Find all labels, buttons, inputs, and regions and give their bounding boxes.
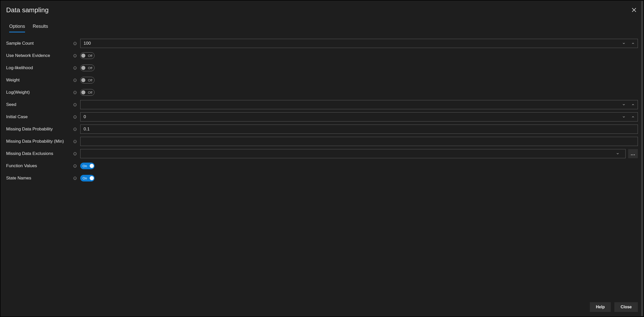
- function-values-label: Function Values: [6, 163, 73, 168]
- state-names-toggle[interactable]: On: [80, 175, 95, 181]
- seed-input[interactable]: [80, 100, 619, 109]
- svg-point-8: [75, 67, 75, 67]
- info-icon[interactable]: [73, 54, 80, 58]
- log-weight-label: Log(Weight): [6, 90, 73, 95]
- seed-step-up[interactable]: [628, 100, 638, 109]
- weight-label: Weight: [6, 78, 73, 83]
- help-button[interactable]: Help: [590, 302, 611, 312]
- initial-case-step-up[interactable]: [628, 113, 638, 121]
- svg-point-32: [75, 165, 75, 165]
- initial-case-label: Initial Case: [6, 114, 73, 119]
- tab-options[interactable]: Options: [9, 24, 25, 32]
- svg-point-35: [75, 177, 75, 178]
- weight-toggle[interactable]: Off: [80, 77, 95, 83]
- function-values-toggle[interactable]: On: [80, 163, 95, 169]
- data-sampling-dialog: Data sampling Options Results Sample Cou…: [0, 0, 644, 317]
- info-icon[interactable]: [73, 66, 80, 70]
- svg-point-2: [75, 43, 75, 43]
- dialog-title: Data sampling: [6, 6, 638, 14]
- seed-label: Seed: [6, 102, 73, 107]
- info-icon[interactable]: [73, 164, 80, 168]
- missing-prob-input[interactable]: [80, 125, 638, 133]
- missing-prob-label: Missing Data Probability: [6, 127, 73, 132]
- info-icon[interactable]: [73, 140, 80, 143]
- info-icon[interactable]: [73, 176, 80, 180]
- info-icon[interactable]: [73, 91, 80, 94]
- missing-prob-min-input[interactable]: [80, 137, 638, 146]
- info-icon[interactable]: [73, 42, 80, 45]
- sample-count-input[interactable]: [80, 39, 619, 48]
- initial-case-step-down[interactable]: [619, 113, 628, 121]
- close-icon[interactable]: [631, 7, 637, 14]
- vertical-scrollbar[interactable]: [641, 1, 643, 316]
- svg-point-29: [75, 153, 75, 153]
- info-icon[interactable]: [73, 78, 80, 82]
- svg-point-5: [75, 55, 75, 55]
- svg-point-14: [75, 92, 75, 92]
- missing-exclusions-label: Missing Data Exclusions: [6, 151, 73, 156]
- svg-point-11: [75, 79, 75, 80]
- sample-count-input-wrap: [80, 39, 638, 48]
- missing-exclusions-browse-button[interactable]: ...: [628, 149, 638, 158]
- options-form: Sample Count Use Network Evidence Off: [6, 38, 638, 184]
- use-network-evidence-toggle[interactable]: Off: [80, 52, 95, 59]
- missing-prob-min-input-wrap: [80, 137, 638, 146]
- state-names-label: State Names: [6, 176, 73, 181]
- log-likelihood-toggle[interactable]: Off: [80, 65, 95, 71]
- tab-results[interactable]: Results: [33, 24, 48, 32]
- seed-step-down[interactable]: [619, 100, 628, 109]
- info-icon[interactable]: [73, 103, 80, 107]
- info-icon[interactable]: [73, 115, 80, 119]
- initial-case-input-wrap: [80, 112, 638, 121]
- dialog-footer: Help Close: [590, 302, 638, 312]
- tab-bar: Options Results: [9, 24, 638, 32]
- svg-point-20: [75, 116, 75, 116]
- log-weight-toggle[interactable]: Off: [80, 89, 95, 96]
- info-icon[interactable]: [73, 127, 80, 131]
- log-likelihood-label: Log-likelihood: [6, 65, 73, 70]
- use-network-evidence-label: Use Network Evidence: [6, 53, 73, 58]
- sample-count-step-up[interactable]: [628, 39, 638, 48]
- seed-input-wrap: [80, 100, 638, 109]
- svg-point-17: [75, 104, 75, 104]
- chevron-down-icon: [613, 152, 622, 155]
- sample-count-step-down[interactable]: [619, 39, 628, 48]
- close-button[interactable]: Close: [614, 302, 638, 312]
- missing-exclusions-dropdown[interactable]: [80, 149, 626, 158]
- missing-prob-min-label: Missing Data Probability (Min): [6, 139, 73, 144]
- info-icon[interactable]: [73, 152, 80, 156]
- initial-case-input[interactable]: [80, 113, 619, 121]
- missing-prob-input-wrap: [80, 125, 638, 134]
- svg-point-26: [75, 141, 75, 141]
- sample-count-label: Sample Count: [6, 41, 73, 46]
- svg-point-23: [75, 128, 75, 129]
